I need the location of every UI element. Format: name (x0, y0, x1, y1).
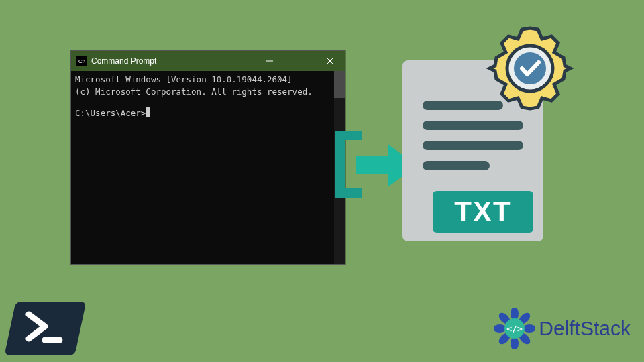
terminal-line: (c) Microsoft Corporation. All rights re… (75, 86, 341, 98)
delftstack-logo: </> DelftStack (494, 308, 631, 349)
titlebar[interactable]: C:\ Command Prompt (71, 51, 345, 71)
window-controls (254, 51, 345, 71)
svg-rect-1 (297, 58, 303, 64)
window-title: Command Prompt (91, 56, 254, 66)
maximize-button[interactable] (284, 51, 315, 71)
terminal-line: Microsoft Windows [Version 10.0.19044.26… (75, 74, 341, 86)
delftstack-flower-icon: </> (494, 308, 535, 349)
cmd-icon: C:\ (76, 56, 87, 66)
gear-check-icon (483, 21, 577, 115)
txt-badge: TXT (433, 191, 533, 233)
svg-text:</>: </> (507, 324, 523, 334)
minimize-button[interactable] (254, 51, 284, 71)
terminal-body[interactable]: Microsoft Windows [Version 10.0.19044.26… (71, 71, 345, 264)
terminal-prompt-line: C:\Users\Acer> (75, 107, 341, 119)
command-prompt-window: C:\ Command Prompt Microsoft Windows [Ve… (70, 50, 345, 265)
terminal-prompt: C:\Users\Acer> (75, 107, 146, 119)
cursor (146, 107, 150, 117)
svg-point-5 (514, 52, 546, 84)
close-button[interactable] (315, 51, 345, 71)
brand-text: DelftStack (539, 317, 631, 340)
powershell-icon (4, 302, 86, 355)
scrollbar-thumb[interactable] (334, 71, 345, 98)
txt-label: TXT (454, 196, 511, 228)
